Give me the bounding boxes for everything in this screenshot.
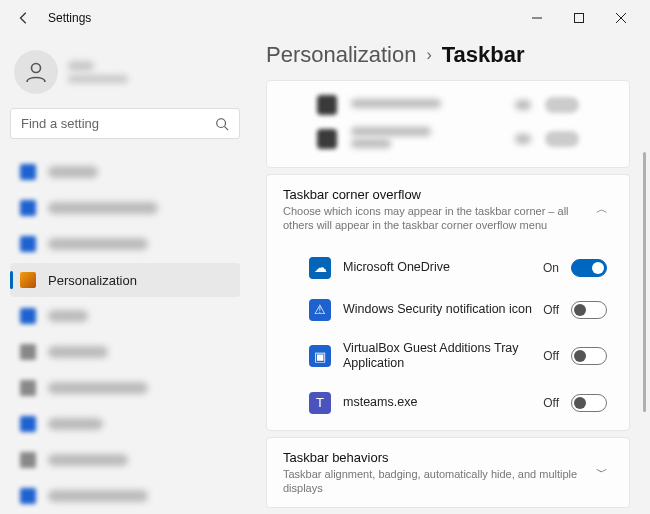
nav-item-blur-6[interactable] bbox=[10, 371, 240, 405]
nav-item-blur-4[interactable] bbox=[10, 299, 240, 333]
content-area: Personalization › Taskbar Taskba bbox=[250, 36, 650, 514]
behaviors-subtitle: Taskbar alignment, badging, automaticall… bbox=[283, 467, 591, 496]
app-label: Microsoft OneDrive bbox=[343, 260, 543, 276]
overflow-card: Taskbar corner overflow Choose which ico… bbox=[266, 174, 630, 431]
prev-section-blurred bbox=[266, 80, 630, 168]
overflow-item: ⚠Windows Security notification iconOff bbox=[267, 289, 629, 331]
toggle-state-label: Off bbox=[543, 396, 559, 410]
minimize-button[interactable] bbox=[516, 2, 558, 34]
behaviors-title: Taskbar behaviors bbox=[283, 450, 591, 465]
app-icon: ☁ bbox=[309, 257, 331, 279]
app-icon: T bbox=[309, 392, 331, 414]
overflow-item: ▣VirtualBox Guest Additions Tray Applica… bbox=[267, 331, 629, 382]
search-placeholder: Find a setting bbox=[21, 116, 215, 131]
chevron-down-icon: ﹀ bbox=[591, 464, 613, 481]
svg-rect-1 bbox=[575, 14, 584, 23]
nav-item-blur-9[interactable] bbox=[10, 479, 240, 513]
overflow-subtitle: Choose which icons may appear in the tas… bbox=[283, 204, 591, 233]
window-title: Settings bbox=[48, 11, 91, 25]
nav-list: Personalization bbox=[10, 155, 240, 514]
chevron-up-icon: ︿ bbox=[591, 201, 613, 218]
toggle-switch[interactable] bbox=[571, 394, 607, 412]
toggle-state-label: On bbox=[543, 261, 559, 275]
toggle-switch[interactable] bbox=[571, 259, 607, 277]
svg-point-2 bbox=[32, 64, 41, 73]
scrollbar[interactable] bbox=[643, 152, 646, 472]
nav-item-blur-3[interactable] bbox=[10, 227, 240, 261]
toggle-switch[interactable] bbox=[571, 347, 607, 365]
title-bar: Settings bbox=[0, 0, 650, 36]
nav-item-blur-8[interactable] bbox=[10, 443, 240, 477]
breadcrumb-current: Taskbar bbox=[442, 42, 525, 68]
nav-item-blur-2[interactable] bbox=[10, 191, 240, 225]
profile-name-blur bbox=[68, 61, 94, 71]
chevron-right-icon: › bbox=[426, 46, 431, 64]
nav-item-blur-1[interactable] bbox=[10, 155, 240, 189]
back-button[interactable] bbox=[8, 2, 40, 34]
app-label: VirtualBox Guest Additions Tray Applicat… bbox=[343, 341, 543, 372]
avatar bbox=[14, 50, 58, 94]
behaviors-header[interactable]: Taskbar behaviors Taskbar alignment, bad… bbox=[267, 438, 629, 508]
app-label: msteams.exe bbox=[343, 395, 543, 411]
nav-label-personalization: Personalization bbox=[48, 273, 137, 288]
behaviors-card: Taskbar behaviors Taskbar alignment, bad… bbox=[266, 437, 630, 509]
svg-point-3 bbox=[217, 118, 226, 127]
breadcrumb: Personalization › Taskbar bbox=[266, 42, 630, 68]
svg-line-4 bbox=[225, 126, 229, 130]
profile-block[interactable] bbox=[14, 50, 236, 94]
overflow-list: ☁Microsoft OneDriveOn⚠Windows Security n… bbox=[267, 245, 629, 430]
nav-item-blur-7[interactable] bbox=[10, 407, 240, 441]
search-icon bbox=[215, 117, 229, 131]
toggle-state-label: Off bbox=[543, 349, 559, 363]
app-label: Windows Security notification icon bbox=[343, 302, 543, 318]
overflow-title: Taskbar corner overflow bbox=[283, 187, 591, 202]
nav-item-blur-5[interactable] bbox=[10, 335, 240, 369]
profile-email-blur bbox=[68, 75, 128, 83]
toggle-state-label: Off bbox=[543, 303, 559, 317]
close-button[interactable] bbox=[600, 2, 642, 34]
app-icon: ⚠ bbox=[309, 299, 331, 321]
paintbrush-icon bbox=[20, 272, 36, 288]
nav-item-personalization[interactable]: Personalization bbox=[10, 263, 240, 297]
overflow-item: ☁Microsoft OneDriveOn bbox=[267, 247, 629, 289]
overflow-header[interactable]: Taskbar corner overflow Choose which ico… bbox=[267, 175, 629, 245]
breadcrumb-parent[interactable]: Personalization bbox=[266, 42, 416, 68]
app-icon: ▣ bbox=[309, 345, 331, 367]
search-input[interactable]: Find a setting bbox=[10, 108, 240, 139]
window-controls bbox=[516, 2, 642, 34]
overflow-item: Tmsteams.exeOff bbox=[267, 382, 629, 424]
sidebar: Find a setting Personalization bbox=[0, 36, 250, 514]
maximize-button[interactable] bbox=[558, 2, 600, 34]
toggle-switch[interactable] bbox=[571, 301, 607, 319]
